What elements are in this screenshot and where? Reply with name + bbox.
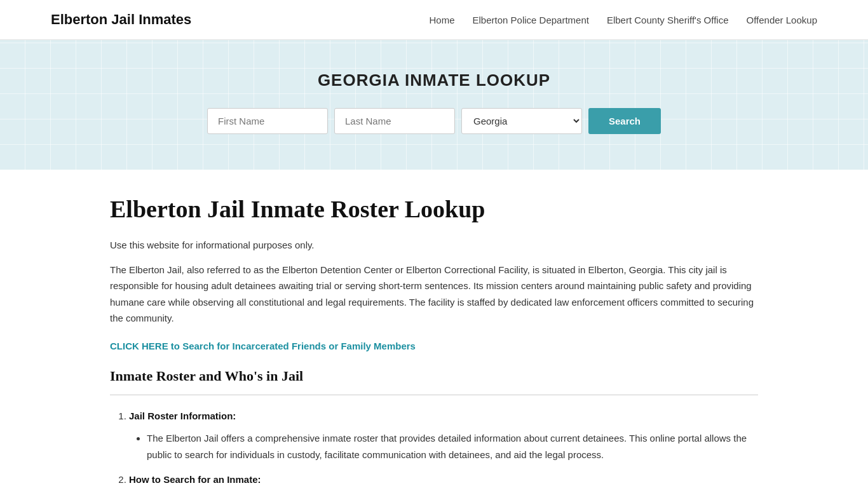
- disclaimer-text: Use this website for informational purpo…: [110, 240, 758, 250]
- list-item-label: Jail Roster Information:: [129, 410, 236, 421]
- nav-sheriff[interactable]: Elbert County Sheriff's Office: [607, 15, 729, 25]
- roster-list: Jail Roster Information: The Elberton Ja…: [110, 408, 758, 488]
- nav-home[interactable]: Home: [429, 15, 454, 25]
- state-select[interactable]: Georgia Alabama Florida Tennessee: [461, 108, 582, 134]
- search-link[interactable]: CLICK HERE to Search for Incarcerated Fr…: [110, 341, 416, 351]
- hero-title: GEORGIA INMATE LOOKUP: [13, 71, 855, 90]
- search-button[interactable]: Search: [588, 108, 661, 134]
- list-item-2-label: How to Search for an Inmate:: [129, 474, 261, 485]
- list-item-2: How to Search for an Inmate:: [129, 471, 758, 488]
- list-item: Jail Roster Information: The Elberton Ja…: [129, 408, 758, 463]
- main-content: Elberton Jail Inmate Roster Lookup Use t…: [59, 170, 809, 488]
- search-form: Georgia Alabama Florida Tennessee Search: [13, 108, 855, 134]
- hero-section: GEORGIA INMATE LOOKUP Georgia Alabama Fl…: [0, 40, 868, 170]
- page-title: Elberton Jail Inmate Roster Lookup: [110, 195, 758, 224]
- nav-police[interactable]: Elberton Police Department: [473, 15, 589, 25]
- description-text: The Elberton Jail, also referred to as t…: [110, 262, 758, 327]
- first-name-input[interactable]: [207, 108, 328, 134]
- nav-offender[interactable]: Offender Lookup: [747, 15, 817, 25]
- sub-list: The Elberton Jail offers a comprehensive…: [129, 430, 758, 463]
- roster-section-title: Inmate Roster and Who's in Jail: [110, 368, 758, 384]
- sub-list-item: The Elberton Jail offers a comprehensive…: [147, 430, 758, 463]
- section-divider: [110, 395, 758, 395]
- last-name-input[interactable]: [334, 108, 455, 134]
- main-nav: Home Elberton Police Department Elbert C…: [429, 15, 817, 25]
- site-logo: Elberton Jail Inmates: [51, 11, 191, 28]
- site-header: Elberton Jail Inmates Home Elberton Poli…: [0, 0, 868, 40]
